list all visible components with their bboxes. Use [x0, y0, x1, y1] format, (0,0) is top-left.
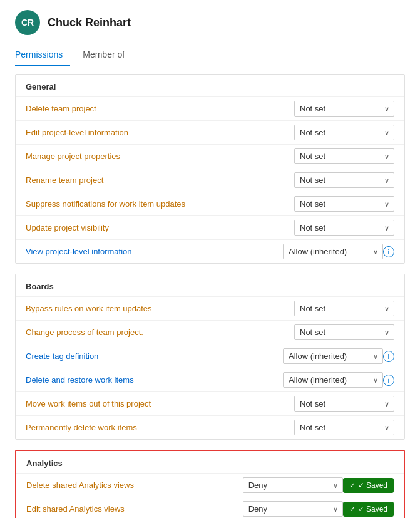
- permission-select-delete-shared-analytics[interactable]: Not setAllowAllow (inherited)DenyDeny (i…: [243, 477, 343, 493]
- section-boards: BoardsBypass rules on work item updatesN…: [15, 274, 405, 440]
- section-title-boards: Boards: [16, 274, 404, 296]
- info-icon-delete-restore-work-items[interactable]: i: [383, 375, 394, 386]
- permission-select-move-work-items[interactable]: Not setAllowAllow (inherited)DenyDeny (i…: [294, 396, 394, 412]
- permission-select-update-project-visibility[interactable]: Not setAllowAllow (inherited)DenyDeny (i…: [294, 220, 394, 236]
- permission-select-create-tag[interactable]: Not setAllowAllow (inherited)DenyDeny (i…: [283, 348, 383, 364]
- permission-label-delete-team-project: Delete team project: [26, 104, 294, 113]
- user-name: Chuck Reinhart: [48, 16, 131, 29]
- permission-row-delete-shared-analytics: Delete shared Analytics viewsNot setAllo…: [16, 473, 404, 497]
- permission-label-create-tag: Create tag definition: [26, 351, 283, 361]
- permission-row-move-work-items: Move work items out of this projectNot s…: [16, 391, 404, 415]
- select-wrapper-change-process: Not setAllowAllow (inherited)DenyDeny (i…: [294, 324, 394, 340]
- permission-label-delete-restore-work-items: Delete and restore work items: [26, 375, 283, 385]
- header: CR Chuck Reinhart: [0, 0, 420, 43]
- permission-select-edit-project-level[interactable]: Not setAllowAllow (inherited)DenyDeny (i…: [294, 125, 394, 140]
- permission-row-view-project-level: View project-level informationNot setAll…: [16, 239, 404, 263]
- permission-label-rename-team-project: Rename team project: [26, 175, 294, 185]
- permission-label-delete-shared-analytics: Delete shared Analytics views: [26, 480, 243, 490]
- permission-label-change-process: Change process of team project.: [26, 328, 294, 337]
- section-analytics: AnalyticsDelete shared Analytics viewsNo…: [15, 450, 405, 518]
- content: GeneralDelete team projectNot setAllowAl…: [0, 66, 420, 518]
- permission-label-edit-project-level: Edit project-level information: [26, 128, 294, 137]
- permission-select-permanently-delete[interactable]: Not setAllowAllow (inherited)DenyDeny (i…: [294, 420, 394, 435]
- permission-select-delete-restore-work-items[interactable]: Not setAllowAllow (inherited)DenyDeny (i…: [283, 372, 383, 388]
- permission-select-suppress-notifications[interactable]: Not setAllowAllow (inherited)DenyDeny (i…: [294, 196, 394, 212]
- permission-row-permanently-delete: Permanently delete work itemsNot setAllo…: [16, 415, 404, 439]
- permission-label-suppress-notifications: Suppress notifications for work item upd…: [26, 199, 294, 209]
- tabs-bar: PermissionsMember of: [0, 43, 420, 66]
- select-wrapper-delete-restore-work-items: Not setAllowAllow (inherited)DenyDeny (i…: [283, 372, 383, 388]
- permission-row-delete-team-project: Delete team projectNot setAllowAllow (in…: [16, 96, 404, 120]
- avatar: CR: [15, 10, 40, 35]
- select-wrapper-delete-team-project: Not setAllowAllow (inherited)DenyDeny (i…: [294, 101, 394, 117]
- permission-label-permanently-delete: Permanently delete work items: [26, 423, 294, 432]
- permission-row-change-process: Change process of team project.Not setAl…: [16, 320, 404, 344]
- section-title-general: General: [16, 75, 404, 96]
- select-wrapper-suppress-notifications: Not setAllowAllow (inherited)DenyDeny (i…: [294, 196, 394, 212]
- tab-member-of[interactable]: Member of: [83, 43, 132, 66]
- select-wrapper-permanently-delete: Not setAllowAllow (inherited)DenyDeny (i…: [294, 420, 394, 435]
- permission-label-move-work-items: Move work items out of this project: [26, 399, 294, 408]
- permission-select-change-process[interactable]: Not setAllowAllow (inherited)DenyDeny (i…: [294, 324, 394, 340]
- section-general: GeneralDelete team projectNot setAllowAl…: [15, 74, 405, 264]
- section-title-analytics: Analytics: [16, 451, 404, 473]
- select-wrapper-bypass-rules: Not setAllowAllow (inherited)DenyDeny (i…: [294, 301, 394, 316]
- permission-label-update-project-visibility: Update project visibility: [26, 223, 294, 232]
- permission-select-view-project-level[interactable]: Not setAllowAllow (inherited)DenyDeny (i…: [283, 244, 383, 259]
- permission-select-edit-shared-analytics[interactable]: Not setAllowAllow (inherited)DenyDeny (i…: [243, 501, 343, 517]
- select-wrapper-view-project-level: Not setAllowAllow (inherited)DenyDeny (i…: [283, 244, 383, 259]
- permission-label-manage-project-props: Manage project properties: [26, 152, 294, 161]
- permission-row-suppress-notifications: Suppress notifications for work item upd…: [16, 192, 404, 215]
- permission-row-rename-team-project: Rename team projectNot setAllowAllow (in…: [16, 168, 404, 192]
- info-icon-create-tag[interactable]: i: [383, 351, 394, 362]
- permission-row-create-tag: Create tag definitionNot setAllowAllow (…: [16, 344, 404, 368]
- select-wrapper-edit-shared-analytics: Not setAllowAllow (inherited)DenyDeny (i…: [243, 501, 343, 517]
- saved-badge-edit-shared-analytics: ✓ Saved: [343, 502, 394, 517]
- select-wrapper-create-tag: Not setAllowAllow (inherited)DenyDeny (i…: [283, 348, 383, 364]
- permission-row-manage-project-props: Manage project propertiesNot setAllowAll…: [16, 144, 404, 168]
- permission-select-rename-team-project[interactable]: Not setAllowAllow (inherited)DenyDeny (i…: [294, 172, 394, 188]
- permission-label-view-project-level: View project-level information: [26, 247, 283, 256]
- select-wrapper-rename-team-project: Not setAllowAllow (inherited)DenyDeny (i…: [294, 172, 394, 188]
- info-icon-view-project-level[interactable]: i: [383, 246, 394, 257]
- permission-label-edit-shared-analytics: Edit shared Analytics views: [26, 504, 243, 514]
- permission-row-edit-project-level: Edit project-level informationNot setAll…: [16, 120, 404, 144]
- permission-row-bypass-rules: Bypass rules on work item updatesNot set…: [16, 296, 404, 320]
- permission-select-delete-team-project[interactable]: Not setAllowAllow (inherited)DenyDeny (i…: [294, 101, 394, 117]
- permission-row-edit-shared-analytics: Edit shared Analytics viewsNot setAllowA…: [16, 497, 404, 518]
- saved-badge-delete-shared-analytics: ✓ Saved: [343, 478, 394, 493]
- tab-permissions[interactable]: Permissions: [15, 43, 70, 66]
- select-wrapper-update-project-visibility: Not setAllowAllow (inherited)DenyDeny (i…: [294, 220, 394, 236]
- permission-row-update-project-visibility: Update project visibilityNot setAllowAll…: [16, 215, 404, 239]
- permission-select-bypass-rules[interactable]: Not setAllowAllow (inherited)DenyDeny (i…: [294, 301, 394, 316]
- select-wrapper-edit-project-level: Not setAllowAllow (inherited)DenyDeny (i…: [294, 125, 394, 140]
- permission-label-bypass-rules: Bypass rules on work item updates: [26, 304, 294, 313]
- permission-row-delete-restore-work-items: Delete and restore work itemsNot setAllo…: [16, 368, 404, 391]
- select-wrapper-delete-shared-analytics: Not setAllowAllow (inherited)DenyDeny (i…: [243, 477, 343, 493]
- select-wrapper-manage-project-props: Not setAllowAllow (inherited)DenyDeny (i…: [294, 148, 394, 164]
- select-wrapper-move-work-items: Not setAllowAllow (inherited)DenyDeny (i…: [294, 396, 394, 412]
- permission-select-manage-project-props[interactable]: Not setAllowAllow (inherited)DenyDeny (i…: [294, 148, 394, 164]
